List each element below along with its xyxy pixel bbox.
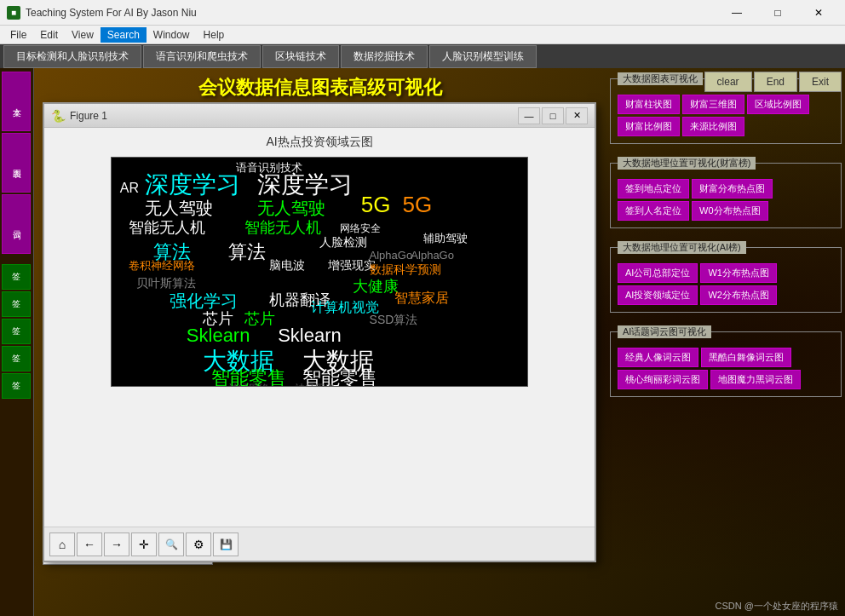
wordcloud-word: 网络安全 (340, 222, 381, 236)
wordcloud-word: 辅助驾驶 (423, 231, 468, 246)
sidebar-label-3[interactable]: 签 (2, 319, 31, 344)
title-bar: ■ Teaching System For AI By Jason Niu — … (0, 0, 845, 26)
panel-btn-w0-heat[interactable]: W0分布热点图 (692, 201, 768, 221)
figure-toolbar: ⌂ ← → ✛ 🔍 ⚙ 💾 (44, 527, 595, 561)
nav-tab-1[interactable]: 语言识别和爬虫技术 (143, 45, 261, 68)
menu-search[interactable]: Search (101, 27, 147, 43)
left-sidebar: 文本 图表 词云 签 签 签 签 签 (0, 68, 34, 616)
wordcloud-word: 卷积神经网络 (129, 258, 195, 273)
menu-edit[interactable]: Edit (33, 27, 65, 43)
clear-button[interactable]: clear (704, 72, 752, 92)
geo-viz-wealth-group: 大数据地理位置可视化(财富榜) 签到地点定位 财富分布热点图 签到人名定位 W0… (610, 163, 842, 228)
wordcloud-word: 无人驾驶 (145, 197, 213, 220)
toolbar-settings-button[interactable]: ⚙ (186, 533, 211, 556)
right-panel: 大数据图表可视化 财富柱状图 财富三维图 区域比例图 财富比例图 来源比例图 大… (606, 68, 845, 616)
panel-btn-wealth-3d[interactable]: 财富三维图 (682, 95, 744, 114)
figure-controls: — □ ✕ (518, 107, 588, 124)
sidebar-btn-text[interactable]: 文本 (2, 72, 31, 131)
figure-title: Figure 1 (70, 110, 518, 122)
app-icon: ■ (7, 6, 20, 20)
toolbar-home-button[interactable]: ⌂ (49, 533, 75, 556)
wordcloud-word: 无人驾驶 (257, 197, 325, 220)
nav-tab-3[interactable]: 数据挖掘技术 (341, 45, 428, 68)
panel-btn-dark-dance[interactable]: 黑酷白舞像词云图 (701, 348, 791, 367)
maximize-button[interactable]: □ (758, 1, 797, 25)
figure-icon: 🐍 (51, 109, 65, 123)
wordcloud-word: 算法 (228, 239, 266, 265)
nav-tab-0[interactable]: 目标检测和人脸识别技术 (3, 45, 141, 68)
panel-btn-area-pie[interactable]: 区域比例图 (747, 95, 809, 114)
wordcloud-word: 智慧家居 (394, 290, 449, 308)
sidebar-label-1[interactable]: 签 (2, 264, 31, 290)
wordcloud-word: 5G (361, 192, 391, 218)
sidebar-label-2[interactable]: 签 (2, 291, 31, 317)
wordcloud-word: AR (120, 181, 139, 196)
figure-window: 🐍 Figure 1 — □ ✕ AI热点投资领域云图 深度学习深度学习语音识别… (43, 102, 596, 562)
geo-viz-ai-buttons: AI公司总部定位 W1分布热点图 AI投资领域定位 W2分布热点图 (614, 258, 837, 308)
toolbar-forward-button[interactable]: → (104, 533, 129, 556)
figure-titlebar: 🐍 Figure 1 — □ ✕ (44, 104, 595, 128)
figure-close-button[interactable]: ✕ (566, 107, 588, 124)
figure-maximize-button[interactable]: □ (542, 107, 564, 124)
nav-tabs: 目标检测和人脸识别技术 语言识别和爬虫技术 区块链技术 数据挖掘技术 人脸识别模… (0, 44, 845, 68)
menu-file[interactable]: File (3, 27, 33, 43)
wordcloud-word: 大健康 (353, 276, 399, 296)
close-button[interactable]: ✕ (799, 1, 838, 25)
nav-tab-2[interactable]: 区块链技术 (262, 45, 339, 68)
panel-btn-wealth-heat[interactable]: 财富分布热点图 (692, 179, 773, 199)
sidebar-label-5[interactable]: 签 (2, 373, 31, 399)
wordcloud-word: 脑电波 (269, 258, 305, 273)
panel-btn-source-pie[interactable]: 来源比例图 (682, 117, 744, 136)
panel-btn-w2-heat[interactable]: W2分布热点图 (700, 285, 777, 305)
sidebar-btn-chart[interactable]: 图表 (2, 133, 31, 193)
nav-tab-4[interactable]: 人脸识别模型训练 (429, 45, 537, 68)
panel-btn-peach-colorful[interactable]: 桃心绚丽彩词云图 (618, 370, 708, 389)
geo-viz-ai-group: 大数据地理位置可视化(AI榜) AI公司总部定位 W1分布热点图 AI投资领域定… (610, 247, 842, 313)
figure-body: AI热点投资领域云图 深度学习深度学习语音识别技术AR无人驾驶无人驾驶5G5G智… (44, 128, 595, 527)
wordcloud-word: 神经网络 (295, 382, 336, 387)
wordcloud-word: AlphaGo (411, 249, 454, 262)
sidebar-btn-wordcloud[interactable]: 词云 (2, 194, 31, 254)
toolbar-save-button[interactable]: 💾 (213, 533, 239, 556)
toolbar-back-button[interactable]: ← (77, 533, 102, 556)
window-controls: — □ ✕ (717, 1, 838, 25)
bigdata-viz-buttons: 财富柱状图 财富三维图 区域比例图 财富比例图 来源比例图 (614, 89, 837, 140)
menu-window[interactable]: Window (147, 27, 197, 43)
panel-btn-checkin-name[interactable]: 签到人名定位 (618, 201, 689, 221)
top-right-buttons: clear End Exit (701, 68, 845, 95)
ai-wordcloud-group: AI话题词云图可视化 经典人像词云图 黑酷白舞像词云图 桃心绚丽彩词云图 地图魔… (610, 331, 842, 397)
wordcloud-word: 语音识别技术 (236, 160, 302, 176)
figure-minimize-button[interactable]: — (518, 107, 540, 124)
panel-btn-ai-invest[interactable]: AI投资领域定位 (618, 285, 698, 305)
wordcloud-word: 人脸检测 (319, 235, 367, 250)
wordcloud-word: 增强现实 (328, 258, 376, 273)
geo-viz-wealth-title: 大数据地理位置可视化(财富榜) (618, 157, 756, 170)
wordcloud-word: 智能无人机 (129, 217, 205, 238)
app-title: Teaching System For AI By Jason Niu (26, 7, 717, 19)
sidebar-label-4[interactable]: 签 (2, 346, 31, 371)
menu-bar: File Edit View Search Window Help (0, 26, 845, 44)
geo-viz-ai-title: 大数据地理位置可视化(AI榜) (618, 241, 746, 254)
menu-help[interactable]: Help (197, 27, 232, 43)
panel-btn-classic-portrait[interactable]: 经典人像词云图 (618, 348, 698, 367)
header-title: 会议数据信息图表高级可视化 (34, 68, 606, 104)
wordcloud-word: 5G (403, 192, 433, 218)
panel-btn-ai-hq[interactable]: AI公司总部定位 (618, 263, 698, 283)
minimize-button[interactable]: — (717, 1, 756, 25)
end-button[interactable]: End (754, 72, 797, 92)
figure-chart-title: AI热点投资领域云图 (266, 135, 372, 150)
exit-button[interactable]: Exit (799, 72, 842, 92)
panel-btn-wealth-bar[interactable]: 财富柱状图 (618, 95, 680, 114)
panel-btn-checkin-loc[interactable]: 签到地点定位 (618, 179, 689, 199)
panel-btn-wealth-pie[interactable]: 财富比例图 (618, 117, 680, 136)
ai-wordcloud-title: AI话题词云图可视化 (618, 325, 711, 338)
toolbar-move-button[interactable]: ✛ (131, 533, 157, 556)
geo-viz-wealth-buttons: 签到地点定位 财富分布热点图 签到人名定位 W0分布热点图 (614, 174, 837, 224)
wordcloud-word: AlphaGo (370, 249, 413, 262)
ai-wordcloud-buttons: 经典人像词云图 黑酷白舞像词云图 桃心绚丽彩词云图 地图魔力黑词云图 (614, 343, 837, 393)
panel-btn-map-dark[interactable]: 地图魔力黑词云图 (710, 370, 801, 389)
menu-view[interactable]: View (65, 27, 101, 43)
toolbar-zoom-button[interactable]: 🔍 (158, 533, 184, 556)
panel-btn-w1-heat[interactable]: W1分布热点图 (700, 263, 777, 283)
wordcloud-word: Sklearn (278, 325, 342, 347)
